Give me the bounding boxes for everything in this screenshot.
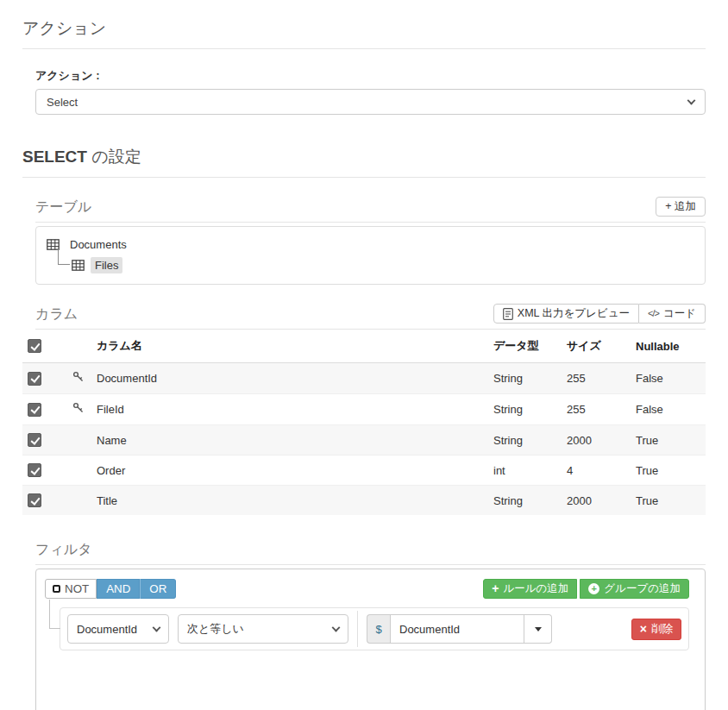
divider (35, 329, 706, 330)
divider (22, 177, 706, 178)
cell-column-name: DocumentId (91, 363, 488, 394)
row-checkbox[interactable] (28, 463, 41, 477)
key-column-header (67, 333, 91, 363)
delete-rule-button-label: 削除 (651, 623, 673, 636)
x-icon: × (640, 624, 647, 635)
condition-toggle-group: NOT AND OR (45, 579, 176, 599)
tree-item-files[interactable]: Files (58, 254, 694, 275)
cell-data-type: String (488, 363, 562, 394)
row-checkbox[interactable] (28, 372, 41, 386)
value-dropdown-button[interactable] (524, 614, 552, 644)
table-icon (72, 260, 85, 271)
rule-value-input[interactable] (390, 614, 524, 644)
divider (357, 611, 358, 647)
code-button-label: コード (663, 307, 696, 320)
document-icon (503, 308, 513, 320)
cell-data-type: String (488, 394, 562, 425)
plus-icon: + (492, 583, 499, 594)
rule-value-group: $ (367, 614, 552, 644)
not-checkbox-icon (53, 585, 60, 593)
cell-data-type: int (488, 456, 562, 486)
columns-table: カラム名 データ型 サイズ Nullable DocumentId String… (22, 333, 706, 515)
row-checkbox[interactable] (28, 403, 41, 417)
select-settings-title: SELECT の設定 (22, 146, 706, 168)
action-select-value: Select (47, 96, 78, 109)
cell-data-type: String (488, 486, 562, 516)
rule-operator-value: 次と等しい (187, 621, 244, 637)
rule-field-select[interactable]: DocumentId (67, 614, 169, 644)
add-rule-button-label: ルールの追加 (503, 582, 568, 595)
select-settings-title-keyword: SELECT (22, 148, 87, 166)
cell-nullable: False (631, 394, 706, 425)
filter-rule: DocumentId 次と等しい $ (60, 607, 689, 650)
columns-heading: カラム (35, 305, 78, 324)
filter-heading: フィルタ (35, 541, 92, 559)
not-toggle-button[interactable]: NOT (45, 579, 97, 599)
select-settings-title-rest: の設定 (87, 148, 141, 166)
page-title: アクション (22, 17, 706, 40)
column-header-name: カラム名 (91, 333, 488, 363)
preview-xml-button-label: XML 出力をプレビュー (518, 307, 630, 320)
column-header-type: データ型 (488, 333, 562, 363)
cell-nullable: False (631, 363, 706, 394)
add-table-button[interactable]: + 追加 (656, 197, 706, 217)
circle-plus-icon: + (588, 583, 599, 594)
chevron-down-icon (153, 624, 161, 632)
tree-item-documents[interactable]: Documents (47, 234, 694, 254)
cell-size: 2000 (562, 425, 631, 456)
table-row: Order int 4 True (22, 456, 706, 486)
table-row: FileId String 255 False (22, 394, 706, 425)
divider (22, 48, 706, 49)
or-condition-button[interactable]: OR (140, 579, 176, 599)
not-label: NOT (65, 582, 89, 595)
tree-item-label: Files (91, 257, 122, 273)
columns-table-header-row: カラム名 データ型 サイズ Nullable (22, 333, 706, 363)
table-row: DocumentId String 255 False (22, 363, 706, 394)
key-icon (72, 402, 85, 414)
cell-size: 4 (562, 456, 631, 486)
cell-size: 255 (562, 363, 631, 394)
delete-rule-button[interactable]: × 削除 (631, 619, 681, 640)
code-button[interactable]: </> コード (639, 304, 706, 324)
cell-size: 255 (562, 394, 631, 425)
preview-xml-button[interactable]: XML 出力をプレビュー (493, 304, 639, 324)
chevron-down-icon (332, 624, 341, 632)
action-select-label: アクション : (35, 68, 706, 84)
cell-data-type: String (488, 425, 562, 456)
divider (35, 564, 706, 565)
rule-operator-select[interactable]: 次と等しい (178, 614, 348, 644)
row-checkbox[interactable] (28, 433, 41, 447)
chevron-down-icon (687, 97, 696, 105)
add-rule-button[interactable]: + ルールの追加 (483, 579, 577, 599)
cell-column-name: Name (91, 425, 488, 456)
query-builder-page: アクション アクション : Select SELECT の設定 テーブル + 追… (0, 0, 728, 710)
add-group-button-label: グループの追加 (604, 582, 681, 595)
filter-query-builder: NOT AND OR + ルールの追加 + グループの追加 (35, 569, 706, 710)
tree-item-label: Documents (66, 236, 131, 253)
dollar-prefix-addon: $ (367, 614, 390, 644)
cell-size: 2000 (562, 486, 631, 516)
add-group-button[interactable]: + グループの追加 (580, 579, 689, 599)
column-header-nullable: Nullable (631, 333, 706, 363)
cell-nullable: True (631, 425, 706, 456)
caret-down-icon (535, 627, 542, 631)
rule-field-value: DocumentId (77, 623, 137, 636)
table-row: Name String 2000 True (22, 425, 706, 456)
cell-column-name: Order (91, 456, 488, 486)
cell-nullable: True (631, 456, 706, 486)
divider (35, 222, 706, 223)
row-checkbox[interactable] (28, 493, 41, 507)
filter-rule-container: DocumentId 次と等しい $ (60, 607, 689, 650)
column-header-size: サイズ (562, 333, 631, 363)
tables-heading: テーブル (35, 198, 91, 217)
code-icon: </> (648, 307, 659, 320)
cell-column-name: Title (91, 486, 488, 516)
and-condition-button[interactable]: AND (97, 579, 140, 599)
key-icon (72, 371, 85, 383)
cell-nullable: True (631, 486, 706, 516)
table-row: Title String 2000 True (22, 486, 706, 516)
select-all-checkbox[interactable] (28, 339, 41, 353)
action-select[interactable]: Select (35, 89, 706, 115)
tables-tree: Documents Files (35, 226, 706, 285)
cell-column-name: FileId (91, 394, 488, 425)
